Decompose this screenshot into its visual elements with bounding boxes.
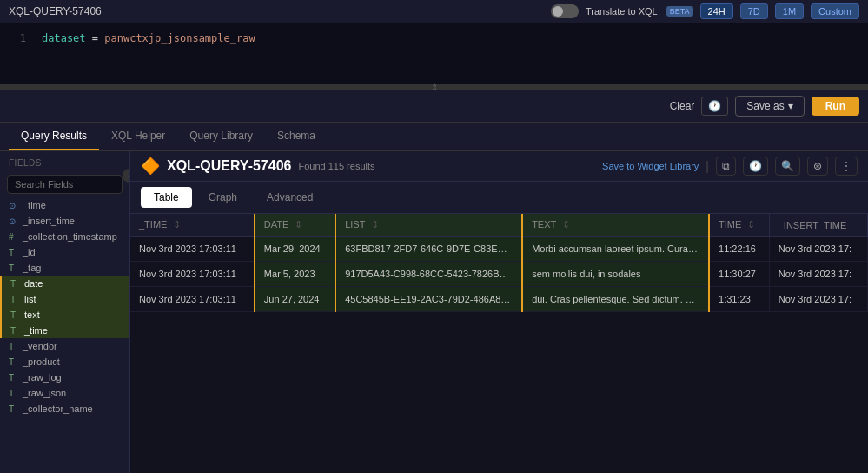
cell-time-val: 11:30:27 — [709, 262, 769, 287]
field-name: list — [24, 294, 36, 304]
run-button[interactable]: Run — [812, 97, 859, 116]
code-content[interactable]: dataset = panwctxjp_jsonsample_raw — [35, 30, 868, 77]
field-type-icon: T — [9, 263, 17, 273]
field-item-raw-log[interactable]: T _raw_log — [0, 370, 129, 385]
cell-insert-time: Nov 3rd 2023 17: — [769, 236, 867, 262]
view-tab-graph[interactable]: Graph — [195, 187, 250, 208]
code-value: panwctxjp_jsonsample_raw — [104, 32, 255, 44]
field-name: _vendor — [23, 341, 57, 351]
field-item-tag[interactable]: T _tag — [0, 260, 129, 276]
field-item-collection-timestamp[interactable]: # _collection_timestamp — [0, 229, 129, 244]
field-item-id[interactable]: T _id — [0, 244, 129, 260]
field-item-collector-name[interactable]: T _collector_name — [0, 401, 129, 416]
results-table: _TIME ⇕ DATE ⇕ LIST ⇕ TEXT ⇕ TIME ⇕ _INS… — [130, 214, 868, 312]
col-time-val[interactable]: TIME ⇕ — [709, 214, 769, 236]
code-keyword: dataset — [42, 32, 86, 44]
field-item-list[interactable]: T list — [0, 291, 129, 307]
header-row: _TIME ⇕ DATE ⇕ LIST ⇕ TEXT ⇕ TIME ⇕ _INS… — [130, 214, 868, 236]
sidebar-header: FIELDS — [0, 151, 129, 171]
editor-controls: Translate to XQL BETA 24H 7D 1M Custom — [551, 3, 859, 19]
cell-insert-time: Nov 3rd 2023 17: — [769, 287, 867, 312]
field-name: _insert_time — [23, 216, 75, 226]
main-content: ‹ FIELDS ⊙ _time ⊙ _insert_time # _colle… — [0, 151, 868, 473]
field-name: _product — [23, 356, 60, 367]
view-tab-table[interactable]: Table — [141, 187, 192, 208]
translate-toggle[interactable] — [551, 4, 579, 18]
table-row: Nov 3rd 2023 17:03:11 Mar 29, 2024 63FBD… — [130, 236, 868, 262]
tab-schema[interactable]: Schema — [265, 123, 328, 150]
tab-query-library[interactable]: Query Library — [177, 123, 265, 150]
field-type-icon: T — [9, 373, 17, 383]
time-7d-button[interactable]: 7D — [740, 3, 768, 19]
time-1m-button[interactable]: 1M — [775, 3, 804, 19]
field-item-time2[interactable]: T _time — [0, 323, 129, 338]
search-fields-input[interactable] — [7, 175, 123, 194]
search-fields-container — [7, 175, 123, 194]
table-container: _TIME ⇕ DATE ⇕ LIST ⇕ TEXT ⇕ TIME ⇕ _INS… — [130, 214, 868, 473]
history-button[interactable]: 🕐 — [701, 97, 728, 116]
cell-text: Morbi accumsan laoreet ipsum. Curabitur — [522, 236, 709, 262]
sort-icon: ⇕ — [562, 219, 570, 230]
time-custom-button[interactable]: Custom — [811, 3, 859, 19]
view-tabs: Table Graph Advanced — [130, 182, 868, 214]
sort-icon: ⇕ — [173, 219, 181, 230]
field-name: _raw_json — [23, 388, 66, 398]
search-button[interactable]: 🔍 — [775, 157, 800, 176]
field-name: text — [24, 310, 40, 320]
cell-list: 917D5A43-C998-68CC-5423-7826BC7028FA — [335, 262, 522, 287]
clock-button[interactable]: 🕐 — [743, 157, 768, 176]
table-row: Nov 3rd 2023 17:03:11 Jun 27, 2024 45C58… — [130, 287, 868, 312]
cell-list: 63FBD817-2FD7-646C-9D7E-C83EA78C3E17 — [335, 236, 522, 262]
cell-time: Nov 3rd 2023 17:03:11 — [130, 262, 255, 287]
field-type-icon: T — [10, 326, 19, 336]
editor-titlebar: XQL-QUERY-57406 Translate to XQL BETA 24… — [0, 0, 868, 23]
clear-button[interactable]: Clear — [670, 100, 695, 112]
view-tab-advanced[interactable]: Advanced — [254, 187, 326, 208]
field-type-icon: T — [9, 248, 17, 257]
results-count: Found 115 results — [298, 161, 374, 171]
col-text[interactable]: TEXT ⇕ — [522, 214, 709, 236]
col-list[interactable]: LIST ⇕ — [335, 214, 522, 236]
field-type-icon: T — [9, 404, 17, 414]
field-name: _collection_timestamp — [23, 231, 117, 242]
time-24h-button[interactable]: 24H — [700, 3, 733, 19]
beta-badge: BETA — [666, 6, 693, 17]
field-type-icon: T — [9, 389, 17, 398]
col-insert-time[interactable]: _INSERT_TIME — [769, 214, 867, 236]
col-date[interactable]: DATE ⇕ — [255, 214, 335, 236]
save-as-button[interactable]: Save as ▾ — [735, 96, 804, 117]
editor-area: XQL-QUERY-57406 Translate to XQL BETA 24… — [0, 0, 868, 123]
cell-date: Mar 5, 2023 — [255, 262, 335, 287]
resize-icon: ⇕ — [431, 83, 438, 92]
save-as-label: Save as — [746, 100, 784, 112]
field-item-date[interactable]: T date — [0, 276, 129, 291]
sort-icon: ⇕ — [295, 219, 302, 230]
field-type-icon: T — [10, 279, 19, 289]
editor-title: XQL-QUERY-57406 — [9, 5, 102, 17]
col-time[interactable]: _TIME ⇕ — [130, 214, 255, 236]
cell-text: dui. Cras pellentesque. Sed dictum. Proi… — [522, 287, 709, 312]
field-name: _time — [23, 200, 46, 210]
field-item-time1[interactable]: ⊙ _time — [0, 197, 129, 213]
tab-xql-helper[interactable]: XQL Helper — [99, 123, 177, 150]
field-name: date — [24, 278, 43, 289]
field-type-icon: T — [10, 310, 19, 320]
line-numbers: 1 — [0, 30, 35, 77]
field-item-insert-time[interactable]: ⊙ _insert_time — [0, 213, 129, 229]
chevron-down-icon: ▾ — [788, 100, 793, 112]
copy-button[interactable]: ⧉ — [716, 157, 736, 176]
field-item-vendor[interactable]: T _vendor — [0, 338, 129, 354]
field-name: _time — [24, 325, 48, 336]
field-item-raw-json[interactable]: T _raw_json — [0, 385, 129, 401]
save-widget-link[interactable]: Save to Widget Library — [602, 161, 699, 171]
tab-query-results[interactable]: Query Results — [9, 123, 99, 150]
code-operator: = — [86, 32, 105, 44]
field-item-text[interactable]: T text — [0, 307, 129, 323]
cell-list: 45C5845B-EE19-2AC3-79D2-486A8362A299 — [335, 287, 522, 312]
code-area: 1 dataset = panwctxjp_jsonsample_raw — [0, 23, 868, 84]
sidebar-collapse-button[interactable]: ‹ — [123, 169, 130, 183]
filter-button[interactable]: ⊛ — [807, 157, 828, 176]
results-name: XQL-QUERY-57406 — [167, 158, 291, 174]
more-button[interactable]: ⋮ — [835, 157, 858, 176]
field-item-product[interactable]: T _product — [0, 354, 129, 370]
